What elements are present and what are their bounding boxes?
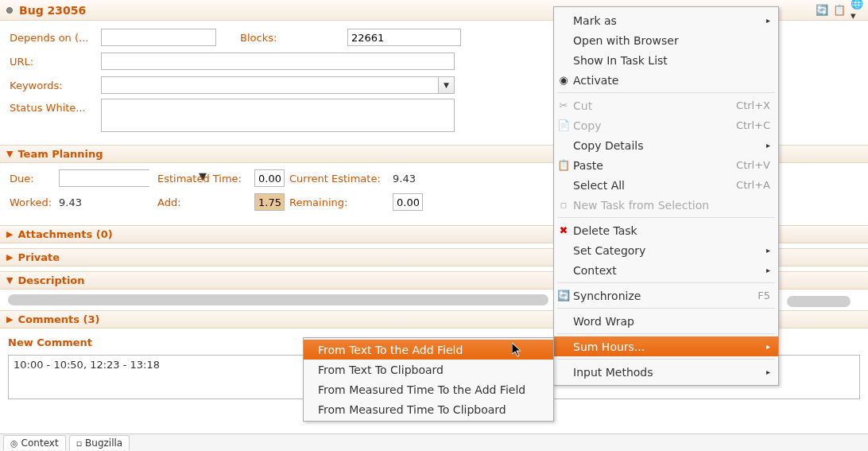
current-estimate-value: 9.43 [393,173,416,185]
menu-sum-hours[interactable]: Sum Hours...▸ [554,336,778,356]
menu-select-all[interactable]: Select AllCtrl+A [554,175,778,195]
collapse-icon: ▼ [6,149,13,159]
redacted-description [8,294,548,305]
sum-hours-submenu: From Text To the Add Field From Text To … [303,337,554,422]
expand-icon: ▶ [6,252,13,262]
menu-activate[interactable]: ◉Activate [554,70,778,90]
estimated-time-label: Estimated Time: [157,173,254,185]
add-label: Add: [157,196,254,208]
paste-icon: 📋 [557,159,570,171]
new-sub-icon[interactable]: 📋 [833,3,846,16]
add-input[interactable] [254,193,285,211]
cut-icon: ✂ [557,99,570,111]
url-label: URL: [10,56,101,68]
submenu-measured-to-add[interactable]: From Measured Time To the Add Field [304,379,553,399]
bug-bullet-icon [6,7,13,14]
worked-label: Worked: [10,196,59,208]
menu-cut[interactable]: ✂CutCtrl+X [554,95,778,115]
menu-word-wrap[interactable]: Word Wrap [554,311,778,331]
remaining-input[interactable] [393,193,423,211]
tab-context[interactable]: ◎Context [3,435,66,450]
menu-new-task[interactable]: ▫New Task from Selection [554,195,778,215]
submenu-text-to-clipboard[interactable]: From Text To Clipboard [304,360,553,379]
menu-separator [557,92,775,93]
expand-icon: ▶ [6,314,13,325]
bottom-tabs: ◎Context ▫Bugzilla [0,434,868,451]
world-icon[interactable]: 🌐▾ [851,3,863,16]
bugzilla-tab-icon: ▫ [76,438,82,449]
chevron-down-icon[interactable]: ▼ [438,77,454,93]
page-title: Bug 23056 [19,4,86,17]
activate-icon: ◉ [557,74,570,86]
context-menu: Mark as▸ Open with Browser Show In Task … [553,6,779,386]
menu-separator [557,217,775,218]
new-task-icon: ▫ [557,199,570,211]
menu-synchronize[interactable]: 🔄SynchronizeF5 [554,286,778,305]
status-white-label: Status White... [10,99,101,114]
context-tab-icon: ◎ [10,438,18,449]
keywords-label: Keywords: [10,80,101,91]
menu-copy[interactable]: 📄CopyCtrl+C [554,115,778,135]
sync-icon[interactable]: 🔄 [816,3,828,16]
sync-icon: 🔄 [557,290,570,301]
remaining-label: Remaining: [289,196,393,208]
menu-open-browser[interactable]: Open with Browser [554,30,778,50]
blocks-label: Blocks: [240,32,347,44]
menu-input-methods[interactable]: Input Methods▸ [554,362,778,382]
menu-show-task-list[interactable]: Show In Task List [554,50,778,70]
submenu-text-to-add[interactable]: From Text To the Add Field [304,340,553,360]
estimated-time-input[interactable] [254,169,285,187]
menu-set-category[interactable]: Set Category▸ [554,240,778,260]
menu-copy-details[interactable]: Copy Details▸ [554,135,778,155]
expand-icon: ▶ [6,229,13,239]
tab-bugzilla[interactable]: ▫Bugzilla [69,435,130,450]
menu-mark-as[interactable]: Mark as▸ [554,10,778,30]
blocks-input[interactable] [347,29,461,46]
status-white-input[interactable] [101,99,455,132]
keywords-input[interactable] [102,77,438,93]
delete-icon: ✖ [557,224,570,236]
current-estimate-label: Current Estimate: [289,173,393,185]
menu-context[interactable]: Context▸ [554,260,778,280]
due-date-input[interactable]: ▼ [59,169,149,187]
redacted-right [787,296,851,307]
copy-icon: 📄 [557,119,570,131]
menu-delete-task[interactable]: ✖Delete Task [554,220,778,240]
due-label: Due: [10,173,59,185]
menu-separator [557,308,775,309]
submenu-measured-to-clipboard[interactable]: From Measured Time To Clipboard [304,399,553,419]
menu-paste[interactable]: 📋PasteCtrl+V [554,155,778,175]
menu-separator [557,359,775,360]
depends-on-label: Depends on (... [10,32,101,44]
url-input[interactable] [101,52,455,70]
collapse-icon: ▼ [6,275,13,286]
worked-value: 9.43 [59,196,157,208]
menu-separator [557,282,775,283]
keywords-combo[interactable]: ▼ [101,76,455,94]
depends-on-input[interactable] [101,29,216,46]
menu-separator [557,333,775,334]
